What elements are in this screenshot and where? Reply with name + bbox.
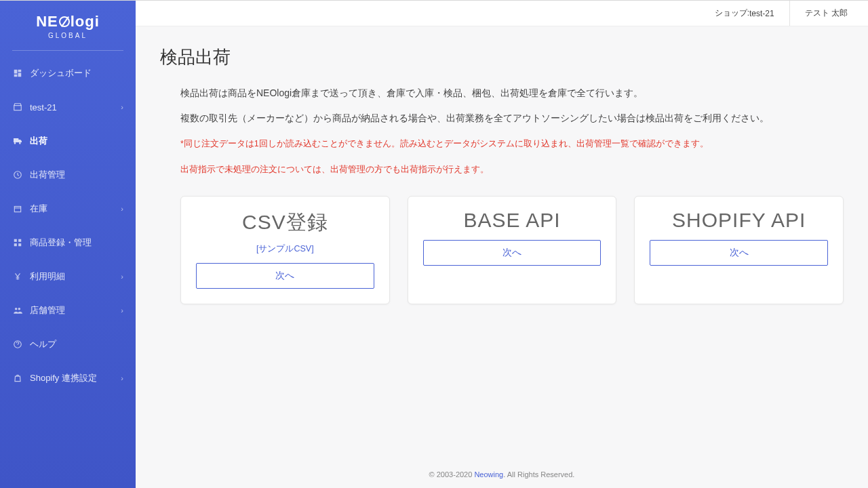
truck-icon — [12, 136, 23, 146]
card-title: SHOPIFY API — [650, 209, 828, 232]
sidebar: NElogi GLOBAL ダッシュボードtest-21›出荷出荷管理在庫›商品… — [0, 1, 136, 488]
topbar: ショップ: test-21 テスト 太郎 — [136, 1, 868, 26]
content: 検品出荷 検品出荷は商品をNEOlogi倉庫まで送って頂き、倉庫で入庫・検品、梱… — [136, 26, 868, 461]
main: ショップ: test-21 テスト 太郎 検品出荷 検品出荷は商品をNEOlog… — [136, 1, 868, 488]
sidebar-item-label: 利用明細 — [30, 270, 65, 283]
card-title: CSV登録 — [196, 209, 374, 237]
nav-list: ダッシュボードtest-21›出荷出荷管理在庫›商品登録・管理利用明細›店舗管理… — [0, 56, 136, 395]
sidebar-item-3[interactable]: 出荷管理 — [0, 158, 136, 192]
slash-icon — [59, 16, 70, 27]
card-0: CSV登録[サンプルCSV]次へ — [180, 196, 390, 304]
footer: © 2003-2020 Neowing. All Rights Reserved… — [136, 461, 868, 488]
desc-2: 複数の取引先（メーカーなど）から商品が納品される場合や、出荷業務を全てアウトソー… — [160, 109, 844, 127]
svg-rect-2 — [14, 239, 17, 242]
svg-point-7 — [18, 308, 20, 310]
topbar-shop[interactable]: ショップ: test-21 — [700, 1, 790, 26]
sidebar-item-label: ダッシュボード — [30, 67, 92, 79]
bag-icon — [12, 373, 23, 384]
sidebar-item-1[interactable]: test-21› — [0, 90, 136, 124]
chevron-right-icon: › — [121, 103, 123, 111]
sidebar-item-4[interactable]: 在庫› — [0, 192, 136, 226]
sample-csv-link[interactable]: [サンプルCSV] — [196, 243, 374, 255]
people-icon — [12, 305, 23, 316]
sidebar-item-label: 出荷 — [30, 135, 47, 147]
logo: NElogi GLOBAL — [0, 7, 136, 46]
help-icon — [12, 339, 23, 350]
sidebar-item-label: 商品登録・管理 — [30, 237, 92, 249]
sidebar-item-0[interactable]: ダッシュボード — [0, 56, 136, 90]
next-button[interactable]: 次へ — [650, 240, 828, 266]
sidebar-item-6[interactable]: 利用明細› — [0, 260, 136, 293]
grid-icon — [12, 237, 23, 248]
card-title: BASE API — [423, 209, 601, 232]
sidebar-item-9[interactable]: Shopify 連携設定› — [0, 361, 136, 395]
chevron-right-icon: › — [121, 374, 123, 382]
svg-rect-1 — [14, 207, 20, 212]
next-button[interactable]: 次へ — [196, 263, 374, 289]
chevron-right-icon: › — [121, 272, 123, 281]
footer-link[interactable]: Neowing — [474, 470, 503, 479]
logo-post: logi — [71, 13, 100, 30]
chevron-right-icon: › — [121, 306, 123, 314]
sidebar-item-5[interactable]: 商品登録・管理 — [0, 226, 136, 260]
yen-icon — [12, 271, 23, 282]
sidebar-item-label: test-21 — [30, 102, 57, 113]
desc-1: 検品出荷は商品をNEOlogi倉庫まで送って頂き、倉庫で入庫・検品、梱包、出荷処… — [160, 84, 844, 102]
sidebar-item-label: 店舗管理 — [30, 304, 65, 317]
card-1: BASE API次へ — [408, 196, 617, 304]
svg-rect-4 — [14, 243, 17, 246]
svg-rect-3 — [18, 239, 21, 242]
dashboard-icon — [12, 68, 23, 79]
box-icon — [12, 203, 23, 214]
history-icon — [12, 169, 23, 180]
sidebar-item-label: ヘルプ — [30, 338, 56, 350]
sidebar-item-7[interactable]: 店舗管理› — [0, 293, 136, 327]
topbar-user[interactable]: テスト 太郎 — [790, 7, 848, 19]
sidebar-item-label: 出荷管理 — [30, 169, 65, 181]
svg-point-6 — [15, 308, 18, 310]
next-button[interactable]: 次へ — [423, 240, 601, 266]
sidebar-item-label: 在庫 — [30, 203, 47, 215]
svg-rect-0 — [14, 106, 22, 110]
card-2: SHOPIFY API次へ — [634, 196, 844, 304]
page-title: 検品出荷 — [160, 45, 844, 69]
sidebar-item-label: Shopify 連携設定 — [30, 372, 97, 384]
logo-sub: GLOBAL — [0, 32, 136, 39]
warning-2: 出荷指示で未処理の注文については、出荷管理の方でも出荷指示が行えます。 — [160, 162, 844, 178]
cards-row: CSV登録[サンプルCSV]次へBASE API次へSHOPIFY API次へ — [160, 196, 844, 304]
warning-1: *同じ注文データは1回しか読み込むことができません。読み込むとデータがシステムに… — [160, 136, 844, 152]
store-icon — [12, 102, 23, 113]
chevron-right-icon: › — [121, 205, 123, 213]
logo-pre: NE — [36, 13, 58, 30]
svg-rect-5 — [18, 243, 21, 246]
sidebar-item-2[interactable]: 出荷 — [0, 124, 136, 158]
divider — [12, 50, 123, 51]
sidebar-item-8[interactable]: ヘルプ — [0, 327, 136, 361]
